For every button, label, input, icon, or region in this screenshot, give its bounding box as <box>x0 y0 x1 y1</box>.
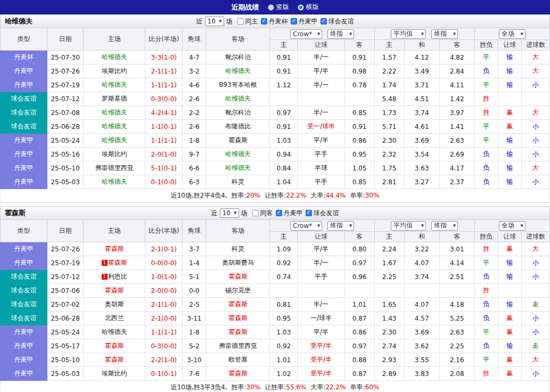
team-link[interactable]: 霍森斯 <box>228 370 248 377</box>
filter-option[interactable]: 球会友谊 <box>306 209 339 218</box>
checkbox-icon[interactable] <box>261 18 267 24</box>
team-link[interactable]: 弗雷德里西亚 <box>219 342 257 349</box>
checkbox-icon[interactable] <box>252 210 259 216</box>
team-link[interactable]: 霍森斯 <box>228 300 248 308</box>
bookmaker-select[interactable]: Crow*▼ <box>290 29 322 39</box>
team-link[interactable]: 欧登塞 <box>228 356 248 363</box>
team-link[interactable]: 埃斯比约 <box>102 150 127 158</box>
score-cell[interactable]: 0-0(0-0) <box>145 256 183 270</box>
score-cell[interactable]: 1-0(1-0) <box>145 270 183 284</box>
scope-select[interactable]: 全场▼ <box>499 221 526 231</box>
team-link[interactable]: 锡尔克堡 <box>225 287 251 294</box>
result-cell: 平 <box>474 134 498 148</box>
score-cell[interactable]: 1-1(1-1) <box>145 78 183 92</box>
filter-option[interactable]: 同主 <box>237 17 258 26</box>
team-link[interactable]: 霍森斯 <box>105 342 124 349</box>
team-link[interactable]: 哈维德夫 <box>102 81 127 88</box>
match-row: 丹麦甲 25-05-24 哈维德夫 1-1(1-1) 1-8 霍森斯 1.03 … <box>1 325 550 339</box>
team-link[interactable]: 霍森斯 <box>228 314 248 322</box>
handicap-result-cell: 赢 <box>498 325 521 339</box>
team-link[interactable]: 霍森斯 <box>228 328 248 336</box>
radio-icon-vertical[interactable] <box>268 4 274 11</box>
filter-option[interactable]: 球会友谊 <box>321 17 354 26</box>
score-cell[interactable]: 3-3(1-0) <box>145 51 183 64</box>
team-link[interactable]: 北西兰 <box>105 314 124 322</box>
team-link[interactable]: 奥胡斯费马 <box>222 259 254 266</box>
team-link[interactable]: 布隆德比 <box>225 123 251 130</box>
team-link[interactable]: 哈维德夫 <box>102 123 127 130</box>
score-cell[interactable]: 1-1(0-1) <box>145 120 183 134</box>
team-link[interactable]: 霍森斯 <box>108 259 127 266</box>
team-link[interactable]: 哈维德夫 <box>102 136 127 144</box>
score-cell[interactable]: 0-1(0-0) <box>145 175 183 189</box>
view-option-horizontal[interactable]: 横版 <box>298 3 319 12</box>
average-stage-select[interactable]: 终指▼ <box>431 29 458 39</box>
team-link[interactable]: 科灵 <box>232 245 244 252</box>
filter-option[interactable]: 丹麦甲 <box>276 209 303 218</box>
scope-select[interactable]: 全场▼ <box>499 29 526 39</box>
avg-draw: 3.69 <box>404 134 439 148</box>
team-link[interactable]: 哈维德夫 <box>225 67 251 75</box>
score-cell[interactable]: 4-2(4-1) <box>145 106 183 120</box>
view-option-vertical[interactable]: 竖版 <box>268 3 289 12</box>
average-select[interactable]: 平均值▼ <box>391 221 426 231</box>
team-link[interactable]: 霍森斯 <box>105 245 124 252</box>
selectors-row: 类型 日期 主场 比分(半场) 角球 客场 Crow*▼ 终指▼ 平均值 <box>1 220 550 232</box>
team-link[interactable]: 哈维德夫 <box>102 328 127 336</box>
score-cell[interactable]: 0-3(0-0) <box>145 339 183 353</box>
filter-option-label: 球会友谊 <box>329 17 354 26</box>
avg-away: 3.97 <box>439 106 474 120</box>
bookmaker-select[interactable]: Crow*▼ <box>290 221 322 231</box>
score-cell[interactable]: 2-2(1-0) <box>145 353 183 367</box>
odds-stage-select[interactable]: 终指▼ <box>327 221 354 231</box>
average-stage-select[interactable]: 终指▼ <box>431 221 458 231</box>
average-select[interactable]: 平均值▼ <box>391 29 426 39</box>
checkbox-icon[interactable] <box>276 210 282 216</box>
filter-option[interactable]: 丹麦杯 <box>261 17 288 26</box>
team-link[interactable]: 弗雷德里西亚 <box>95 164 134 172</box>
odds-stage-select[interactable]: 终指▼ <box>327 29 354 39</box>
team-link[interactable]: 哈维德夫 <box>225 164 251 172</box>
team-link[interactable]: 埃斯比约 <box>102 370 127 377</box>
radio-icon-horizontal[interactable] <box>298 4 304 11</box>
score-cell[interactable]: 2-1(1-0) <box>145 298 183 312</box>
score-cell[interactable]: 2-1(1-1) <box>145 64 183 78</box>
result-cell: 负 <box>474 298 498 312</box>
score-cell[interactable]: 0-3(0-0) <box>145 92 183 106</box>
checkbox-icon[interactable] <box>237 18 244 24</box>
score-cell[interactable]: 1-1(1-1) <box>145 325 183 339</box>
team-link[interactable]: 霍森斯 <box>105 287 124 294</box>
score-cell[interactable]: 2-1(0-1) <box>145 242 183 256</box>
checkbox-icon[interactable] <box>306 210 312 216</box>
match-count-select[interactable]: 10▼ <box>205 17 224 26</box>
team-link[interactable]: 利恩比 <box>108 273 127 280</box>
score-cell[interactable]: 2-0(0-0) <box>145 284 183 298</box>
score-cell[interactable]: 2-0(1-0) <box>145 148 183 161</box>
filter-option[interactable]: 同客 <box>252 209 273 218</box>
team-link[interactable]: 哈维德夫 <box>102 53 127 61</box>
filter-option-label: 丹麦杯 <box>269 17 288 26</box>
team-link[interactable]: 罗斯基德 <box>102 95 127 102</box>
avg-away <box>439 284 474 298</box>
team-link[interactable]: 奥胡斯 <box>105 300 124 308</box>
score-cell[interactable]: 0-1(0-1) <box>145 367 183 381</box>
checkbox-icon[interactable] <box>321 18 327 24</box>
team-link[interactable]: 靴尔科治 <box>225 109 251 116</box>
match-count-select[interactable]: 10▼ <box>220 208 239 218</box>
checkbox-icon[interactable] <box>291 18 297 24</box>
team-link[interactable]: 埃斯比约 <box>102 67 127 75</box>
team-link[interactable]: 霍森斯 <box>105 356 124 363</box>
team-link[interactable]: 哈维德夫 <box>225 95 251 102</box>
team-link[interactable]: 哈维德夫 <box>102 109 127 116</box>
team-link[interactable]: 靴尔科治 <box>225 53 251 61</box>
team-link[interactable]: 哈维德夫 <box>225 150 251 158</box>
score-cell[interactable]: 5-1(0-1) <box>145 161 183 175</box>
team-link[interactable]: 霍森斯 <box>228 273 248 280</box>
filter-option[interactable]: 丹麦甲 <box>291 17 318 26</box>
score-cell[interactable]: 2-1(0-0) <box>145 312 183 325</box>
team-link[interactable]: 科灵 <box>232 178 244 185</box>
team-link[interactable]: 霍森斯 <box>228 136 248 144</box>
team-link[interactable]: 哈维德夫 <box>102 178 127 185</box>
score-cell[interactable]: 1-1(1-1) <box>145 134 183 148</box>
team-link[interactable]: B93哥本哈根 <box>219 81 257 88</box>
